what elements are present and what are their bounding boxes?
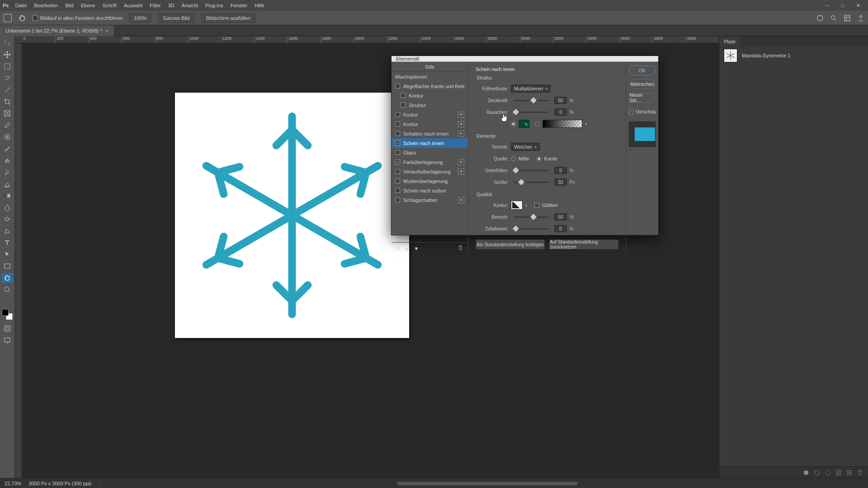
preview-checkbox[interactable] [629, 109, 633, 114]
menu-type[interactable]: Schrift [100, 1, 119, 9]
menu-window[interactable]: Fenster [228, 1, 250, 9]
rectangle-tool[interactable] [1, 261, 13, 271]
glow-gradient-swatch[interactable] [542, 120, 582, 128]
add-instance-icon[interactable]: + [458, 112, 464, 118]
source-edge-radio[interactable] [537, 156, 542, 161]
chevron-right-icon[interactable]: 〉 [99, 480, 104, 487]
scroll-all-windows-checkbox[interactable]: Bildlauf in allen Fenstern durchführen [33, 15, 123, 21]
cancel-button[interactable]: Abbrechen [629, 79, 656, 89]
mask-icon[interactable] [835, 469, 842, 476]
fit-screen-button[interactable]: Ganzes Bild [158, 13, 194, 23]
technique-select[interactable]: Weicher▾ [511, 143, 540, 151]
healing-brush-tool[interactable] [1, 132, 13, 142]
horizontal-scrollbar[interactable] [397, 482, 578, 485]
path-item[interactable]: Mandala-Symmetrie 1 [719, 47, 868, 64]
style-row-drop-shadow[interactable]: Schlagschatten+ [392, 195, 468, 205]
dialog-title-bar[interactable]: Ebenenstil [392, 56, 658, 62]
brush-tool[interactable] [1, 144, 13, 154]
range-slider[interactable] [514, 216, 549, 218]
gradient-tool[interactable] [1, 191, 13, 201]
style-row-inner-glow[interactable]: Schein nach innen [392, 138, 468, 148]
workspace-icon[interactable] [844, 14, 851, 22]
menu-filter[interactable]: Filter [147, 1, 163, 9]
menu-image[interactable]: Bild [62, 1, 76, 9]
menu-layer[interactable]: Ebene [78, 1, 98, 9]
paths-tab[interactable]: Pfade [719, 37, 740, 47]
fx-icon[interactable]: fx [396, 246, 400, 251]
add-instance-icon[interactable]: + [458, 169, 464, 175]
style-row-stroke-2[interactable]: Kontur+ [392, 119, 468, 129]
menu-select[interactable]: Auswahl [121, 1, 146, 9]
menu-edit[interactable]: Bearbeiten [31, 1, 61, 9]
make-default-button[interactable]: Als Standardeinstellung festlegen [476, 239, 545, 249]
fill-path-icon[interactable] [803, 469, 809, 476]
move-tool[interactable] [1, 50, 13, 60]
frame-tool[interactable] [1, 108, 13, 118]
tab-close-icon[interactable]: × [105, 28, 108, 33]
size-value[interactable]: 33 [554, 178, 567, 186]
chevron-down-icon[interactable]: ▾ [585, 122, 587, 126]
zoom-tool[interactable] [1, 285, 13, 295]
path-to-selection-icon[interactable] [825, 469, 831, 476]
magic-wand-tool[interactable] [1, 85, 13, 95]
home-icon[interactable] [4, 14, 12, 22]
quick-mask-icon[interactable] [1, 324, 13, 333]
opacity-slider[interactable] [514, 100, 549, 101]
style-row-pattern-overlay[interactable]: Musterüberlagerung [392, 176, 468, 186]
color-swatches[interactable] [2, 309, 13, 320]
style-row-gradient-overlay[interactable]: Verlaufsüberlagerung+ [392, 167, 468, 176]
size-slider[interactable] [514, 182, 549, 183]
reset-default-button[interactable]: Auf Standardeinstellung zurücksetzen [549, 239, 618, 249]
status-zoom[interactable]: 22,73% [5, 481, 21, 486]
collapse-arrows-icon[interactable] [1, 38, 13, 48]
status-doc-info[interactable]: 3000 Px x 3000 Px (300 ppi) [28, 481, 91, 486]
range-value[interactable]: 50 [554, 213, 567, 221]
color-source-radio[interactable] [511, 122, 516, 127]
move-up-icon[interactable]: ▲ [405, 246, 410, 251]
style-row-satin[interactable]: Glanz [392, 148, 468, 157]
add-instance-icon[interactable]: + [458, 197, 464, 203]
glow-color-swatch[interactable] [519, 120, 529, 128]
choke-value[interactable]: 0 [554, 167, 567, 174]
antialias-checkbox[interactable] [534, 203, 539, 208]
foreground-color-swatch[interactable] [2, 309, 9, 316]
cloud-share-icon[interactable] [816, 14, 824, 22]
new-path-icon[interactable] [846, 469, 853, 476]
style-row-blendopts[interactable]: Mischoptionen [392, 72, 468, 81]
menu-help[interactable]: Hilfe [252, 1, 267, 9]
path-select-tool[interactable] [1, 249, 13, 259]
noise-value[interactable]: 0 [554, 108, 567, 116]
menu-file[interactable]: Datei [12, 1, 29, 9]
choke-slider[interactable] [514, 170, 549, 171]
type-tool[interactable] [1, 238, 13, 248]
style-row-bevel-texture[interactable]: Struktur [392, 100, 468, 110]
style-row-color-overlay[interactable]: Farbüberlagerung+ [392, 157, 468, 167]
gradient-source-radio[interactable] [535, 122, 540, 127]
window-close-button[interactable]: ✕ [851, 1, 865, 10]
lasso-tool[interactable] [1, 73, 13, 83]
trash-icon[interactable] [857, 469, 863, 476]
history-brush-tool[interactable] [1, 167, 13, 177]
chevron-down-icon[interactable]: ▾ [525, 203, 527, 207]
clone-stamp-tool[interactable] [1, 155, 13, 165]
marquee-tool[interactable] [1, 61, 13, 71]
document-tab[interactable]: Unbenannt-1 bei 22,7% (Ebene 1, RGB/8) *… [0, 25, 114, 36]
toolbar-overflow-icon[interactable]: ··· [2, 299, 12, 305]
jitter-value[interactable]: 0 [554, 225, 567, 232]
window-maximize-button[interactable]: □ [835, 1, 850, 10]
style-row-inner-shadow[interactable]: Schatten nach innen+ [392, 129, 468, 138]
ok-button[interactable]: OK [629, 66, 656, 75]
blur-tool[interactable] [1, 202, 13, 212]
eyedropper-tool[interactable] [1, 120, 13, 130]
crop-tool[interactable] [1, 97, 13, 107]
screen-mode-icon[interactable] [1, 335, 13, 345]
style-row-bevel[interactable]: Abgeflachte Kante und Relief [392, 81, 468, 91]
dodge-tool[interactable] [1, 214, 13, 224]
style-row-bevel-contour[interactable]: Kontur [392, 91, 468, 100]
move-down-icon[interactable]: ▼ [414, 246, 419, 251]
style-row-stroke-1[interactable]: Kontur+ [392, 110, 468, 119]
style-row-outer-glow[interactable]: Schein nach außen [392, 186, 468, 195]
opacity-value[interactable]: 50 [554, 97, 567, 104]
eraser-tool[interactable] [1, 179, 13, 189]
add-instance-icon[interactable]: + [458, 159, 464, 165]
